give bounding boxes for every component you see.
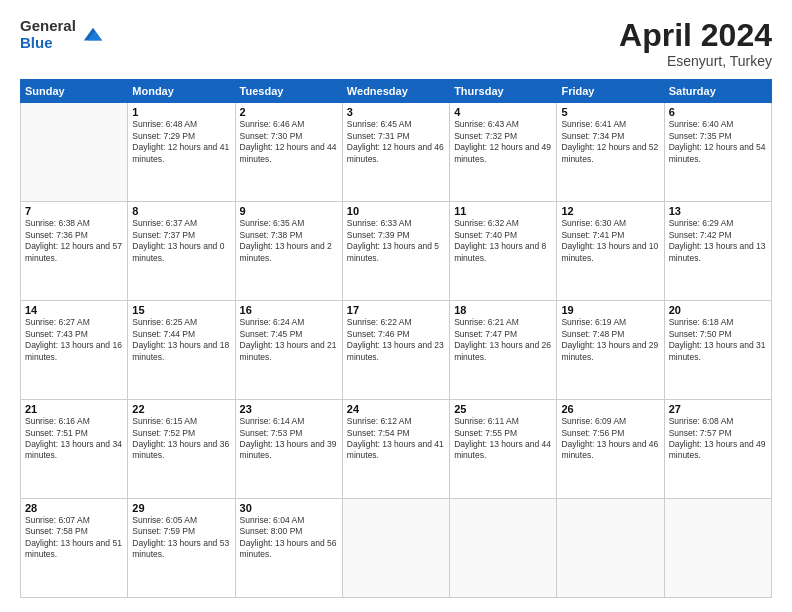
- sunset-text: Sunset: 7:43 PM: [25, 329, 123, 340]
- daylight-text: Daylight: 12 hours and 57 minutes.: [25, 241, 123, 264]
- sunset-text: Sunset: 7:50 PM: [669, 329, 767, 340]
- header: General Blue April 2024 Esenyurt, Turkey: [20, 18, 772, 69]
- day-number: 4: [454, 106, 552, 118]
- daylight-text: Daylight: 13 hours and 8 minutes.: [454, 241, 552, 264]
- calendar-cell-w2-d1: 7Sunrise: 6:38 AMSunset: 7:36 PMDaylight…: [21, 202, 128, 301]
- sunrise-text: Sunrise: 6:48 AM: [132, 119, 230, 130]
- daylight-text: Daylight: 13 hours and 18 minutes.: [132, 340, 230, 363]
- daylight-text: Daylight: 13 hours and 53 minutes.: [132, 538, 230, 561]
- col-friday: Friday: [557, 80, 664, 103]
- sunrise-text: Sunrise: 6:45 AM: [347, 119, 445, 130]
- day-info: Sunrise: 6:32 AMSunset: 7:40 PMDaylight:…: [454, 218, 552, 264]
- calendar-cell-w1-d1: [21, 103, 128, 202]
- logo: General Blue: [20, 18, 104, 51]
- day-info: Sunrise: 6:04 AMSunset: 8:00 PMDaylight:…: [240, 515, 338, 561]
- day-number: 23: [240, 403, 338, 415]
- sunset-text: Sunset: 7:55 PM: [454, 428, 552, 439]
- sunrise-text: Sunrise: 6:18 AM: [669, 317, 767, 328]
- daylight-text: Daylight: 13 hours and 5 minutes.: [347, 241, 445, 264]
- daylight-text: Daylight: 13 hours and 49 minutes.: [669, 439, 767, 462]
- day-number: 26: [561, 403, 659, 415]
- daylight-text: Daylight: 12 hours and 46 minutes.: [347, 142, 445, 165]
- calendar-cell-w3-d6: 19Sunrise: 6:19 AMSunset: 7:48 PMDayligh…: [557, 301, 664, 400]
- sunrise-text: Sunrise: 6:38 AM: [25, 218, 123, 229]
- sunrise-text: Sunrise: 6:46 AM: [240, 119, 338, 130]
- calendar-cell-w2-d6: 12Sunrise: 6:30 AMSunset: 7:41 PMDayligh…: [557, 202, 664, 301]
- day-info: Sunrise: 6:48 AMSunset: 7:29 PMDaylight:…: [132, 119, 230, 165]
- sunset-text: Sunset: 7:48 PM: [561, 329, 659, 340]
- daylight-text: Daylight: 13 hours and 41 minutes.: [347, 439, 445, 462]
- day-number: 27: [669, 403, 767, 415]
- day-info: Sunrise: 6:41 AMSunset: 7:34 PMDaylight:…: [561, 119, 659, 165]
- day-number: 13: [669, 205, 767, 217]
- calendar-week-4: 21Sunrise: 6:16 AMSunset: 7:51 PMDayligh…: [21, 400, 772, 499]
- sunset-text: Sunset: 7:46 PM: [347, 329, 445, 340]
- calendar-table: Sunday Monday Tuesday Wednesday Thursday…: [20, 79, 772, 598]
- daylight-text: Daylight: 13 hours and 21 minutes.: [240, 340, 338, 363]
- daylight-text: Daylight: 13 hours and 34 minutes.: [25, 439, 123, 462]
- calendar-cell-w2-d7: 13Sunrise: 6:29 AMSunset: 7:42 PMDayligh…: [664, 202, 771, 301]
- day-number: 29: [132, 502, 230, 514]
- daylight-text: Daylight: 12 hours and 52 minutes.: [561, 142, 659, 165]
- col-tuesday: Tuesday: [235, 80, 342, 103]
- day-info: Sunrise: 6:29 AMSunset: 7:42 PMDaylight:…: [669, 218, 767, 264]
- calendar-cell-w3-d7: 20Sunrise: 6:18 AMSunset: 7:50 PMDayligh…: [664, 301, 771, 400]
- day-number: 14: [25, 304, 123, 316]
- sunset-text: Sunset: 7:57 PM: [669, 428, 767, 439]
- day-number: 30: [240, 502, 338, 514]
- day-number: 22: [132, 403, 230, 415]
- day-info: Sunrise: 6:09 AMSunset: 7:56 PMDaylight:…: [561, 416, 659, 462]
- day-info: Sunrise: 6:38 AMSunset: 7:36 PMDaylight:…: [25, 218, 123, 264]
- sunrise-text: Sunrise: 6:16 AM: [25, 416, 123, 427]
- sunset-text: Sunset: 7:54 PM: [347, 428, 445, 439]
- sunrise-text: Sunrise: 6:05 AM: [132, 515, 230, 526]
- sunrise-text: Sunrise: 6:19 AM: [561, 317, 659, 328]
- day-info: Sunrise: 6:19 AMSunset: 7:48 PMDaylight:…: [561, 317, 659, 363]
- calendar-cell-w1-d2: 1Sunrise: 6:48 AMSunset: 7:29 PMDaylight…: [128, 103, 235, 202]
- sunset-text: Sunset: 7:37 PM: [132, 230, 230, 241]
- day-info: Sunrise: 6:45 AMSunset: 7:31 PMDaylight:…: [347, 119, 445, 165]
- day-info: Sunrise: 6:16 AMSunset: 7:51 PMDaylight:…: [25, 416, 123, 462]
- sunrise-text: Sunrise: 6:08 AM: [669, 416, 767, 427]
- calendar-cell-w3-d1: 14Sunrise: 6:27 AMSunset: 7:43 PMDayligh…: [21, 301, 128, 400]
- calendar-week-2: 7Sunrise: 6:38 AMSunset: 7:36 PMDaylight…: [21, 202, 772, 301]
- day-number: 6: [669, 106, 767, 118]
- calendar-cell-w1-d5: 4Sunrise: 6:43 AMSunset: 7:32 PMDaylight…: [450, 103, 557, 202]
- calendar-cell-w5-d4: [342, 499, 449, 598]
- day-number: 8: [132, 205, 230, 217]
- daylight-text: Daylight: 13 hours and 31 minutes.: [669, 340, 767, 363]
- sunrise-text: Sunrise: 6:25 AM: [132, 317, 230, 328]
- sunset-text: Sunset: 7:41 PM: [561, 230, 659, 241]
- daylight-text: Daylight: 13 hours and 16 minutes.: [25, 340, 123, 363]
- title-block: April 2024 Esenyurt, Turkey: [619, 18, 772, 69]
- sunrise-text: Sunrise: 6:21 AM: [454, 317, 552, 328]
- sunrise-text: Sunrise: 6:24 AM: [240, 317, 338, 328]
- day-number: 10: [347, 205, 445, 217]
- day-info: Sunrise: 6:12 AMSunset: 7:54 PMDaylight:…: [347, 416, 445, 462]
- sunrise-text: Sunrise: 6:04 AM: [240, 515, 338, 526]
- sunset-text: Sunset: 7:38 PM: [240, 230, 338, 241]
- col-wednesday: Wednesday: [342, 80, 449, 103]
- day-number: 2: [240, 106, 338, 118]
- day-info: Sunrise: 6:05 AMSunset: 7:59 PMDaylight:…: [132, 515, 230, 561]
- day-number: 12: [561, 205, 659, 217]
- sunset-text: Sunset: 7:53 PM: [240, 428, 338, 439]
- daylight-text: Daylight: 13 hours and 26 minutes.: [454, 340, 552, 363]
- title-location: Esenyurt, Turkey: [619, 53, 772, 69]
- sunset-text: Sunset: 7:44 PM: [132, 329, 230, 340]
- calendar-cell-w2-d3: 9Sunrise: 6:35 AMSunset: 7:38 PMDaylight…: [235, 202, 342, 301]
- day-number: 15: [132, 304, 230, 316]
- sunrise-text: Sunrise: 6:12 AM: [347, 416, 445, 427]
- calendar-cell-w4-d3: 23Sunrise: 6:14 AMSunset: 7:53 PMDayligh…: [235, 400, 342, 499]
- sunset-text: Sunset: 7:36 PM: [25, 230, 123, 241]
- sunrise-text: Sunrise: 6:22 AM: [347, 317, 445, 328]
- sunrise-text: Sunrise: 6:30 AM: [561, 218, 659, 229]
- sunrise-text: Sunrise: 6:35 AM: [240, 218, 338, 229]
- daylight-text: Daylight: 13 hours and 13 minutes.: [669, 241, 767, 264]
- day-info: Sunrise: 6:30 AMSunset: 7:41 PMDaylight:…: [561, 218, 659, 264]
- col-sunday: Sunday: [21, 80, 128, 103]
- sunset-text: Sunset: 7:35 PM: [669, 131, 767, 142]
- sunset-text: Sunset: 7:58 PM: [25, 526, 123, 537]
- day-info: Sunrise: 6:07 AMSunset: 7:58 PMDaylight:…: [25, 515, 123, 561]
- calendar-cell-w5-d2: 29Sunrise: 6:05 AMSunset: 7:59 PMDayligh…: [128, 499, 235, 598]
